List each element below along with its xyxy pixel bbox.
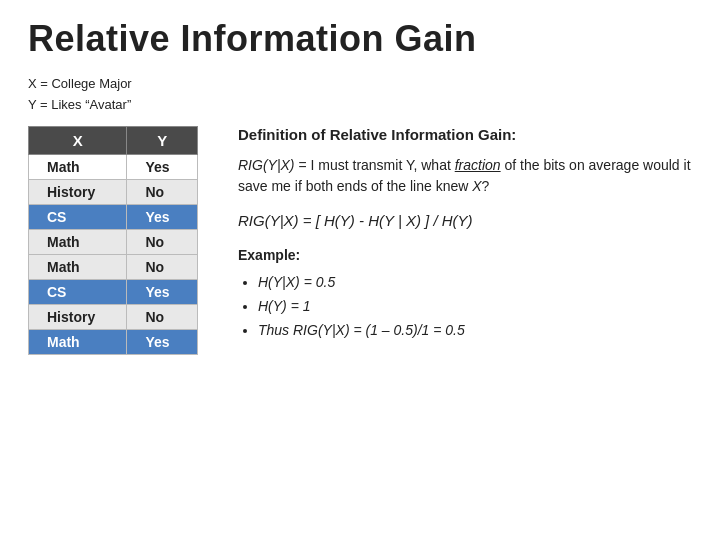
x-emphasis: X [472,178,481,194]
cell-y: Yes [127,329,198,354]
fraction-emphasis: fraction [455,157,501,173]
cell-y: No [127,179,198,204]
description-text: RIG(Y|X) = I must transmit Y, what fract… [238,155,692,198]
cell-x: CS [29,204,127,229]
example-item: H(Y|X) = 0.5 [258,271,692,295]
example-item: Thus RIG(Y|X) = (1 – 0.5)/1 = 0.5 [258,319,692,343]
variable-labels: X = College Major Y = Likes “Avatar” [28,74,692,116]
content-area: X Y MathYesHistoryNoCSYesMathNoMathNoCSY… [28,126,692,355]
table-row: CSYes [29,279,198,304]
definition-label: Definition of Relative Information Gain: [238,126,692,143]
cell-x: Math [29,154,127,179]
cell-y: No [127,304,198,329]
page: Relative Information Gain X = College Ma… [0,0,720,540]
cell-y: Yes [127,204,198,229]
cell-x: Math [29,229,127,254]
rig-formula-inline: RIG(Y|X) [238,157,295,173]
right-panel: Definition of Relative Information Gain:… [238,126,692,355]
formula-text: RIG(Y|X) = [ H(Y) - H(Y | X) ] / H(Y) [238,212,692,229]
example-item: H(Y) = 1 [258,295,692,319]
data-table: X Y MathYesHistoryNoCSYesMathNoMathNoCSY… [28,126,198,355]
table-row: MathYes [29,154,198,179]
cell-x: History [29,179,127,204]
cell-x: History [29,304,127,329]
table-header-row: X Y [29,126,198,154]
table-row: MathYes [29,329,198,354]
col-header-y: Y [127,126,198,154]
example-list: H(Y|X) = 0.5H(Y) = 1Thus RIG(Y|X) = (1 –… [238,271,692,342]
cell-y: No [127,254,198,279]
left-panel: X Y MathYesHistoryNoCSYesMathNoMathNoCSY… [28,126,208,355]
cell-x: CS [29,279,127,304]
x-variable-label: X = College Major [28,74,692,95]
y-variable-label: Y = Likes “Avatar” [28,95,692,116]
table-row: CSYes [29,204,198,229]
page-title: Relative Information Gain [28,18,692,60]
table-row: HistoryNo [29,179,198,204]
cell-y: Yes [127,279,198,304]
example-header: Example: [238,247,692,263]
table-row: MathNo [29,229,198,254]
table-row: HistoryNo [29,304,198,329]
cell-x: Math [29,254,127,279]
col-header-x: X [29,126,127,154]
cell-y: No [127,229,198,254]
cell-x: Math [29,329,127,354]
table-row: MathNo [29,254,198,279]
cell-y: Yes [127,154,198,179]
